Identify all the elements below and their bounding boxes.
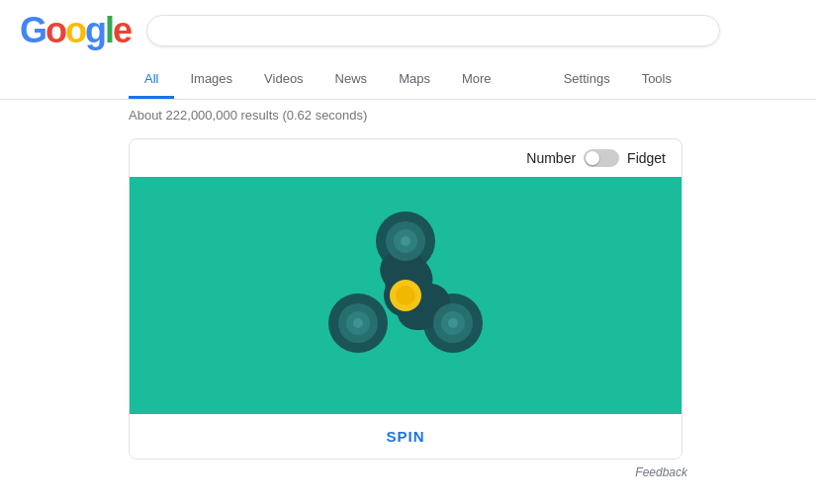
nav-item-settings[interactable]: Settings — [548, 61, 626, 99]
logo-o1: o — [45, 10, 65, 50]
svg-point-9 — [401, 236, 410, 246]
nav-bar: All Images Videos News Maps More Setting… — [0, 61, 816, 100]
nav-item-images[interactable]: Images — [174, 61, 248, 99]
nav-item-news[interactable]: News — [319, 61, 384, 99]
header: Google spinner — [0, 0, 816, 61]
nav-item-tools[interactable]: Tools — [626, 61, 687, 99]
search-input[interactable]: spinner — [161, 22, 695, 40]
nav-item-maps[interactable]: Maps — [383, 61, 446, 99]
svg-point-17 — [396, 286, 415, 305]
nav-item-all[interactable]: All — [129, 61, 174, 99]
mode-number-label: Number — [526, 150, 576, 166]
feedback-link[interactable]: Feedback — [635, 465, 687, 479]
spinner-area[interactable] — [130, 177, 681, 414]
nav-item-more[interactable]: More — [446, 61, 507, 99]
spinner-controls: Number Fidget — [130, 139, 681, 177]
fidget-spinner-svg — [297, 187, 514, 404]
nav-item-videos[interactable]: Videos — [248, 61, 319, 99]
spin-button[interactable]: SPIN — [386, 428, 424, 445]
search-icons — [695, 23, 705, 39]
spin-button-area: SPIN — [130, 414, 681, 459]
logo-g: G — [20, 10, 45, 50]
logo-e: e — [113, 10, 131, 50]
logo-l: l — [105, 10, 113, 50]
search-bar[interactable]: spinner — [146, 15, 720, 46]
mode-fidget-label: Fidget — [627, 150, 666, 166]
mode-toggle[interactable] — [584, 149, 619, 167]
nav-right: Settings Tools — [548, 61, 687, 99]
feedback-area: Feedback — [0, 460, 816, 485]
results-info: About 222,000,000 results (0.62 seconds) — [0, 100, 816, 130]
svg-point-15 — [448, 318, 458, 328]
google-logo: Google — [20, 10, 131, 51]
spinner-card: Number Fidget — [129, 138, 682, 460]
logo-o2: o — [65, 10, 85, 50]
svg-point-12 — [353, 318, 363, 328]
logo-g2: g — [85, 10, 105, 50]
